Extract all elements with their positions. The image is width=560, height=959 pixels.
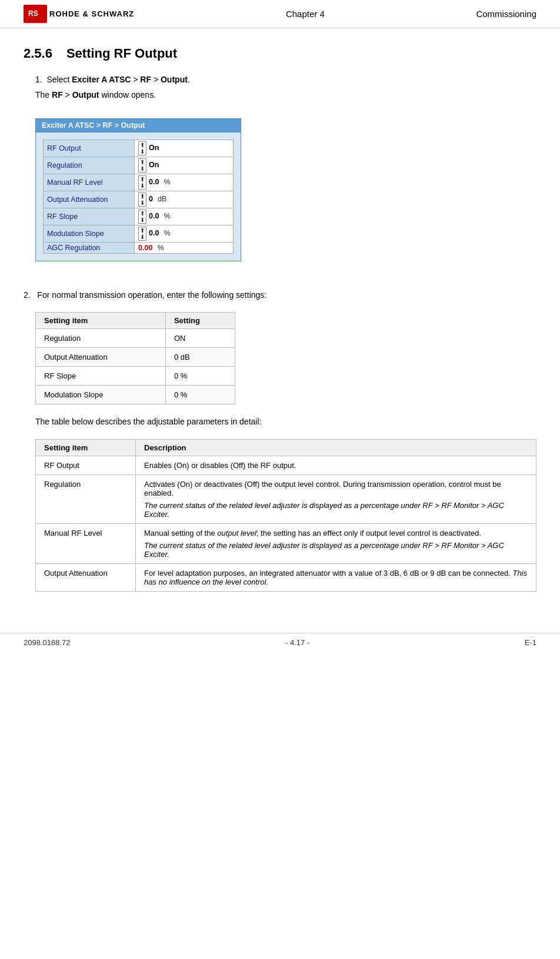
bold-output2: Output [72, 90, 99, 99]
ui-window: Exciter A ATSC > RF > Output RF Output⬆⬇… [35, 118, 241, 261]
ui-row-value[interactable]: ⬆⬇On [135, 140, 234, 157]
company-name: ROHDE & SCHWARZ [49, 9, 134, 18]
desc-table: Setting item Description RF OutputEnable… [35, 439, 536, 592]
settings-col1-header: Setting item [36, 313, 166, 329]
bold-output: Output [161, 75, 188, 84]
bold-exciter: Exciter A ATSC [72, 75, 131, 84]
desc-text: Manual setting of the output level; the … [136, 523, 536, 563]
settings-value: 0 % [165, 367, 235, 386]
step-1-subtext: The RF > Output window opens. [35, 88, 536, 101]
settings-value: 0 % [165, 386, 235, 404]
ui-row-value[interactable]: ⬆⬇0dB [135, 191, 234, 208]
ui-row-label: RF Slope [44, 208, 135, 225]
desc-paragraph: Enables (On) or disables (Off) the RF ou… [144, 461, 528, 470]
footer-left: 2098.0188.72 [24, 638, 71, 647]
page-header: RS ROHDE & SCHWARZ Chapter 4 Commissioni… [0, 0, 560, 28]
desc-text: For level adaptation purposes, an integr… [136, 563, 536, 591]
settings-value: 0 dB [165, 348, 235, 367]
desc-item: Output Attenuation [36, 563, 136, 591]
desc-text: Enables (On) or disables (Off) the RF ou… [136, 456, 536, 474]
settings-item: Output Attenuation [36, 348, 166, 367]
header-section: Commissioning [476, 9, 536, 19]
ui-row-value[interactable]: 0.00% [135, 242, 234, 253]
desc-text: Activates (On) or deactivates (Off) the … [136, 474, 536, 523]
section-heading: 2.5.6 Setting RF Output [24, 46, 536, 61]
settings-table: Setting item Setting RegulationONOutput … [35, 312, 235, 404]
desc-item: Regulation [36, 474, 136, 523]
ui-window-body: RF Output⬆⬇OnRegulation⬆⬇OnManual RF Lev… [35, 132, 241, 261]
ui-row-label: AGC Regulation [44, 242, 135, 253]
ui-settings-table: RF Output⬆⬇OnRegulation⬆⬇OnManual RF Lev… [43, 140, 234, 254]
step-1-text: 1. Select Exciter A ATSC > RF > Output. [35, 73, 536, 86]
desc-paragraph: For level adaptation purposes, an integr… [144, 569, 528, 586]
settings-value: ON [165, 329, 235, 348]
ui-row-label: Manual RF Level [44, 174, 135, 191]
rs-logo-svg: RS [27, 6, 44, 19]
ui-row-label: Regulation [44, 157, 135, 174]
header-chapter: Chapter 4 [286, 9, 325, 19]
step-2: 2. For normal transmission operation, en… [24, 288, 536, 301]
bold-rf2: RF [52, 90, 63, 99]
ui-row-value[interactable]: ⬆⬇0.0% [135, 225, 234, 242]
desc-col1-header: Setting item [36, 439, 136, 456]
logo-icon: RS [24, 5, 47, 23]
desc-paragraph: Manual setting of the output level; the … [144, 529, 528, 537]
ui-row-value[interactable]: ⬆⬇0.0% [135, 208, 234, 225]
desc-paragraph: Activates (On) or deactivates (Off) the … [144, 480, 528, 497]
settings-item: Modulation Slope [36, 386, 166, 404]
step-2-text: For normal transmission operation, enter… [37, 290, 266, 300]
desc-col2-header: Description [136, 439, 536, 456]
bold-rf: RF [140, 75, 151, 84]
section-title: Setting RF Output [66, 46, 177, 61]
footer-right: E-1 [525, 638, 536, 647]
settings-item: Regulation [36, 329, 166, 348]
desc-paragraph: The current status of the related level … [144, 501, 528, 519]
ui-row-value[interactable]: ⬆⬇0.0% [135, 174, 234, 191]
settings-item: RF Slope [36, 367, 166, 386]
logo-area: RS ROHDE & SCHWARZ [24, 5, 134, 23]
ui-window-title: Exciter A ATSC > RF > Output [35, 118, 241, 132]
svg-text:RS: RS [28, 9, 38, 18]
section-number: 2.5.6 [24, 46, 52, 61]
desc-item: RF Output [36, 456, 136, 474]
desc-intro: The table below describes the adjustable… [35, 415, 536, 428]
step-2-number: 2. [24, 290, 31, 300]
footer-center: - 4.17 - [285, 638, 309, 647]
page-content: 2.5.6 Setting RF Output 1. Select Excite… [0, 28, 560, 615]
page-footer: 2098.0188.72 - 4.17 - E-1 [0, 633, 560, 652]
step-1: 1. Select Exciter A ATSC > RF > Output. … [35, 73, 536, 102]
settings-col2-header: Setting [165, 313, 235, 329]
ui-row-label: Modulation Slope [44, 225, 135, 242]
desc-paragraph: The current status of the related level … [144, 541, 528, 559]
desc-item: Manual RF Level [36, 523, 136, 563]
ui-row-value[interactable]: ⬆⬇On [135, 157, 234, 174]
ui-row-label: Output Attenuation [44, 191, 135, 208]
ui-row-label: RF Output [44, 140, 135, 157]
